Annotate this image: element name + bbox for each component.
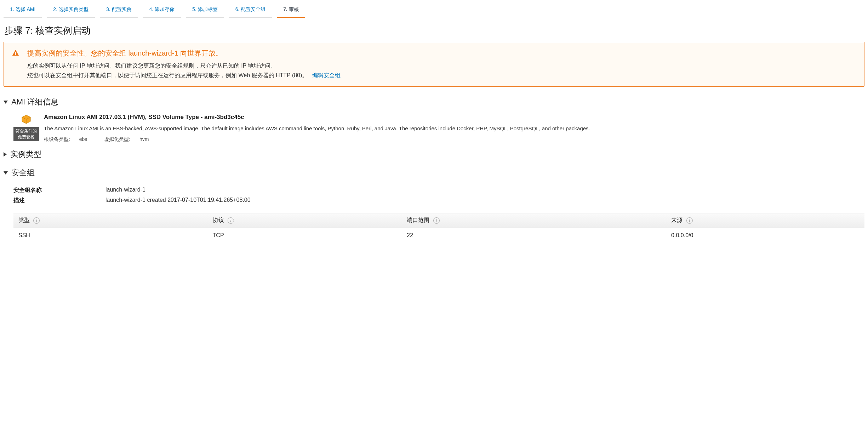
instance-type-title: 实例类型 (10, 149, 41, 160)
security-warning-alert: 提高实例的安全性。您的安全组 launch-wizard-1 向世界开放。 您的… (4, 42, 864, 87)
th-protocol: 协议 i (208, 213, 402, 228)
ami-content: Amazon Linux AMI 2017.03.1 (HVM), SSD Vo… (44, 114, 864, 143)
wizard-tab-5[interactable]: 5. 添加标签 (186, 4, 224, 18)
info-icon[interactable]: i (686, 217, 693, 224)
ami-meta: 根设备类型: ebs 虚拟化类型: hvm (44, 136, 864, 143)
sg-name-value: launch-wizard-1 (105, 187, 145, 194)
ami-left-col: 符合条件的 免费套餐 (13, 114, 39, 141)
th-type: 类型 i (13, 213, 208, 228)
caret-down-icon (4, 171, 8, 175)
instance-type-header[interactable]: 实例类型 (4, 148, 864, 161)
security-group-header[interactable]: 安全组 (4, 166, 864, 180)
cell-protocol: TCP (208, 228, 402, 243)
alert-text-1: 您的实例可以从任何 IP 地址访问。我们建议您更新您的安全组规则，只允许从已知的… (27, 61, 856, 70)
ami-section-header[interactable]: AMI 详细信息 (4, 95, 864, 109)
info-icon[interactable]: i (228, 217, 234, 224)
info-icon[interactable]: i (33, 217, 40, 224)
security-group-section: 安全组 安全组名称 launch-wizard-1 描述 launch-wiza… (4, 166, 864, 243)
cell-source: 0.0.0.0/0 (666, 228, 864, 243)
amazon-linux-icon (21, 114, 32, 125)
warning-icon (12, 49, 19, 57)
sg-desc-label: 描述 (13, 197, 105, 204)
th-source: 来源 i (666, 213, 864, 228)
wizard-tab-2[interactable]: 2. 选择实例类型 (47, 4, 95, 18)
th-port-range: 端口范围 i (402, 213, 666, 228)
ami-title: Amazon Linux AMI 2017.03.1 (HVM), SSD Vo… (44, 114, 864, 121)
wizard-tab-1[interactable]: 1. 选择 AMI (4, 4, 42, 18)
free-tier-badge: 符合条件的 免费套餐 (13, 127, 39, 141)
instance-type-section: 实例类型 (4, 148, 864, 161)
wizard-tab-7[interactable]: 7. 审核 (277, 4, 305, 18)
alert-line2-text: 您也可以在安全组中打开其他端口，以便于访问您正在运行的应用程序或服务，例如 We… (27, 72, 308, 78)
caret-right-icon (4, 152, 7, 156)
wizard-tab-3[interactable]: 3. 配置实例 (100, 4, 138, 18)
root-device-meta: 根设备类型: ebs (44, 136, 96, 142)
cell-type: SSH (13, 228, 208, 243)
free-tier-line2: 免费套餐 (15, 134, 38, 140)
sg-details: 安全组名称 launch-wizard-1 描述 launch-wizard-1… (4, 187, 864, 243)
free-tier-line1: 符合条件的 (15, 128, 38, 134)
wizard-tabs: 1. 选择 AMI 2. 选择实例类型 3. 配置实例 4. 添加存储 5. 添… (4, 0, 864, 18)
ami-description: The Amazon Linux AMI is an EBS-backed, A… (44, 124, 864, 133)
alert-title: 提高实例的安全性。您的安全组 launch-wizard-1 向世界开放。 (27, 49, 856, 58)
edit-security-group-link[interactable]: 编辑安全组 (312, 72, 341, 78)
table-row: SSH TCP 22 0.0.0.0/0 (13, 228, 864, 243)
virt-type-meta: 虚拟化类型: hvm (104, 136, 156, 142)
svg-rect-1 (15, 54, 16, 55)
cell-port-range: 22 (402, 228, 666, 243)
svg-rect-0 (15, 52, 16, 54)
ami-details-section: AMI 详细信息 符合条件的 免费套餐 Amazon Linux AMI 201… (4, 95, 864, 143)
ami-section-body: 符合条件的 免费套餐 Amazon Linux AMI 2017.03.1 (H… (4, 109, 864, 143)
alert-body: 提高实例的安全性。您的安全组 launch-wizard-1 向世界开放。 您的… (27, 49, 856, 80)
sg-name-label: 安全组名称 (13, 187, 105, 194)
info-icon[interactable]: i (433, 217, 440, 224)
wizard-tab-4[interactable]: 4. 添加存储 (143, 4, 181, 18)
sg-name-row: 安全组名称 launch-wizard-1 (13, 187, 864, 194)
page-title: 步骤 7: 核查实例启动 (4, 24, 864, 37)
wizard-tab-6[interactable]: 6. 配置安全组 (229, 4, 272, 18)
sg-desc-row: 描述 launch-wizard-1 created 2017-07-10T01… (13, 197, 864, 204)
caret-down-icon (4, 101, 8, 104)
ami-section-title: AMI 详细信息 (11, 97, 58, 107)
sg-rules-table: 类型 i 协议 i 端口范围 i 来源 i (13, 213, 864, 243)
alert-text-2: 您也可以在安全组中打开其他端口，以便于访问您正在运行的应用程序或服务，例如 We… (27, 70, 856, 80)
security-group-title: 安全组 (11, 167, 35, 178)
sg-desc-value: launch-wizard-1 created 2017-07-10T01:19… (105, 197, 251, 204)
